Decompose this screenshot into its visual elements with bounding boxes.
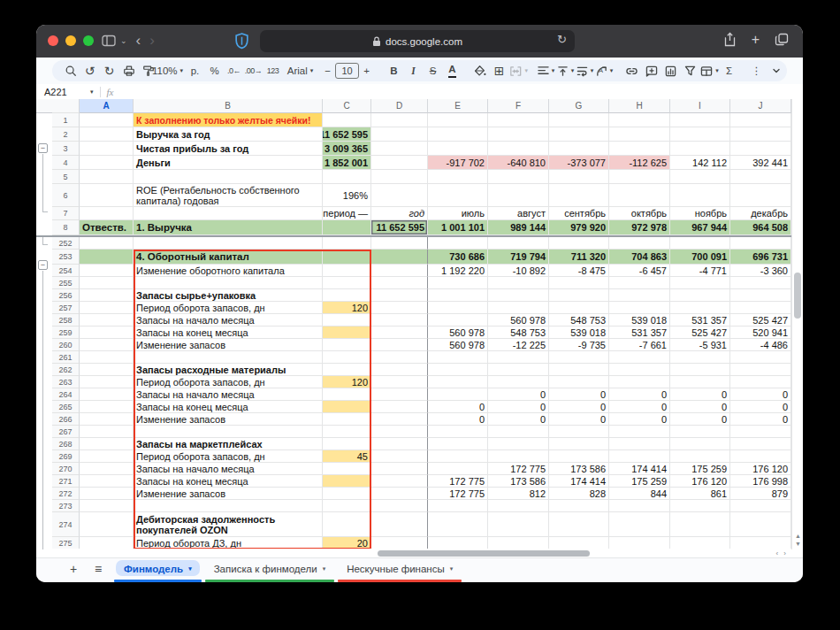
cell-I267[interactable] xyxy=(670,426,730,438)
row-header-270[interactable]: 270 xyxy=(52,463,80,475)
cell-I265[interactable]: 0 xyxy=(670,401,730,413)
row-header-255[interactable]: 255 xyxy=(52,277,80,289)
reload-icon[interactable]: ↻ xyxy=(557,33,567,46)
cell-F255[interactable] xyxy=(488,277,549,289)
column-header-H[interactable]: H xyxy=(609,99,670,113)
cell-H255[interactable] xyxy=(609,277,670,289)
cell-E4[interactable]: -917 702 xyxy=(428,156,488,170)
cell-G272[interactable]: 828 xyxy=(549,488,609,500)
cell-A253[interactable] xyxy=(80,250,134,265)
cell-G252[interactable] xyxy=(549,237,609,250)
cell-A272[interactable] xyxy=(80,488,134,500)
column-header-D[interactable]: D xyxy=(371,99,428,113)
cell-G266[interactable]: 0 xyxy=(549,413,609,426)
format-currency-button[interactable]: р. xyxy=(186,62,204,80)
vertical-scrollbar-thumb[interactable] xyxy=(794,273,801,319)
cell-E261[interactable] xyxy=(428,351,488,364)
cell-H275[interactable] xyxy=(609,537,670,549)
cell-F275[interactable] xyxy=(488,537,549,549)
font-family-button[interactable]: Arial▾ xyxy=(291,62,309,80)
cell-D6[interactable] xyxy=(371,184,428,207)
cell-I259[interactable]: 525 427 xyxy=(670,327,730,339)
cell-C269[interactable]: 45 xyxy=(323,450,371,463)
cell-D264[interactable] xyxy=(371,388,428,401)
cell-H267[interactable] xyxy=(609,426,670,438)
cell-J266[interactable]: 0 xyxy=(730,413,791,426)
cell-J8[interactable]: 964 508 xyxy=(730,220,791,235)
share-icon[interactable] xyxy=(723,32,737,47)
cell-J270[interactable]: 176 120 xyxy=(730,463,791,475)
row-header-254[interactable]: 254 xyxy=(52,265,80,277)
cell-A2[interactable] xyxy=(80,127,134,142)
cell-F259[interactable]: 548 753 xyxy=(488,327,549,339)
row-header-257[interactable]: 257 xyxy=(52,302,80,314)
cell-A256[interactable] xyxy=(80,289,134,302)
cell-D3[interactable] xyxy=(371,142,428,156)
cell-F257[interactable] xyxy=(488,302,549,314)
collapse-group-button[interactable]: − xyxy=(38,260,48,270)
address-bar[interactable]: docs.google.com ↻ xyxy=(260,30,575,52)
font-size-decrease-button[interactable]: − xyxy=(318,62,337,80)
cell-A252[interactable] xyxy=(80,237,134,250)
cell-C263[interactable]: 120 xyxy=(323,376,371,388)
cell-I273[interactable] xyxy=(670,500,730,512)
cell-J264[interactable]: 0 xyxy=(730,388,791,401)
cell-G259[interactable]: 539 018 xyxy=(549,327,609,339)
cell-E264[interactable] xyxy=(428,388,488,401)
cell-H5[interactable] xyxy=(609,170,670,184)
cell-A271[interactable] xyxy=(80,475,134,488)
cell-B2[interactable]: Выручка за год xyxy=(134,127,323,142)
row-header-260[interactable]: 260 xyxy=(52,339,80,351)
cell-C274[interactable] xyxy=(323,512,371,537)
cell-H257[interactable] xyxy=(609,302,670,314)
cell-E5[interactable] xyxy=(428,170,488,184)
cell-E260[interactable]: 560 978 xyxy=(428,339,488,351)
row-header-269[interactable]: 269 xyxy=(52,450,80,463)
cell-D2[interactable] xyxy=(371,127,428,142)
cell-D265[interactable] xyxy=(371,401,428,413)
cell-J255[interactable] xyxy=(730,277,791,289)
cell-J272[interactable]: 879 xyxy=(730,488,791,500)
cell-E271[interactable]: 172 775 xyxy=(428,475,488,488)
cell-I260[interactable]: -5 931 xyxy=(670,339,730,351)
cell-H4[interactable]: -112 625 xyxy=(609,156,670,170)
cell-I261[interactable] xyxy=(670,351,730,364)
cell-J257[interactable] xyxy=(730,302,791,314)
cell-F262[interactable] xyxy=(488,364,549,376)
undo-button[interactable]: ↺ xyxy=(80,62,99,80)
cell-A275[interactable] xyxy=(80,537,134,549)
cell-I5[interactable] xyxy=(670,170,730,184)
column-header-I[interactable]: I xyxy=(670,99,730,113)
cell-J2[interactable] xyxy=(730,127,791,142)
column-header-F[interactable]: F xyxy=(488,99,549,113)
cell-I274[interactable] xyxy=(670,512,730,537)
cell-C8[interactable] xyxy=(323,220,371,235)
cell-B261[interactable] xyxy=(134,351,323,364)
row-header-2[interactable]: 2 xyxy=(52,127,80,142)
column-header-C[interactable]: C xyxy=(323,99,371,113)
cell-A1[interactable] xyxy=(80,113,134,127)
cell-B1[interactable]: К заполнению только желтые ячейки! xyxy=(134,113,323,127)
cell-A264[interactable] xyxy=(80,388,134,401)
cell-I272[interactable]: 861 xyxy=(670,488,730,500)
cell-F268[interactable] xyxy=(488,438,549,450)
cell-B6[interactable]: ROE (Рентабельность собственного капитал… xyxy=(134,184,323,207)
cell-B262[interactable]: Запасы расходные материалы xyxy=(134,364,323,376)
cell-D253[interactable] xyxy=(371,250,428,265)
cell-I262[interactable] xyxy=(670,364,730,376)
cell-J6[interactable] xyxy=(730,184,791,207)
cell-E8[interactable]: 1 001 101 xyxy=(428,220,488,235)
cell-B275[interactable]: Период оборота ДЗ, дн xyxy=(134,537,323,549)
row-header-258[interactable]: 258 xyxy=(52,314,80,327)
cell-H264[interactable]: 0 xyxy=(609,388,670,401)
cell-F4[interactable]: -640 810 xyxy=(488,156,549,170)
cell-G4[interactable]: -373 077 xyxy=(549,156,609,170)
cell-C268[interactable] xyxy=(323,438,371,450)
row-header-4[interactable]: 4 xyxy=(52,156,80,170)
cell-F271[interactable]: 173 586 xyxy=(488,475,549,488)
cell-I258[interactable]: 531 357 xyxy=(670,314,730,327)
cell-D8[interactable]: 11 652 595 xyxy=(371,220,428,235)
format-number-button[interactable]: 123 xyxy=(263,62,282,80)
row-header-268[interactable]: 268 xyxy=(52,438,80,450)
cell-G265[interactable]: 0 xyxy=(549,401,609,413)
